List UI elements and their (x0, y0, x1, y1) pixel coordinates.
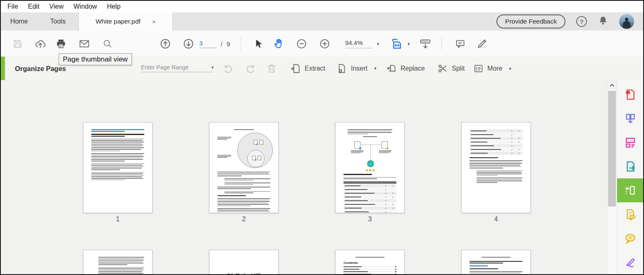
page-number-label: 2 (209, 216, 279, 223)
tab-tools[interactable]: Tools (37, 12, 79, 31)
extract-button[interactable]: Extract (290, 63, 325, 74)
sidebar-tool-export-pdf[interactable] (617, 154, 643, 178)
page-thumbnail-4[interactable]: ✓✓✓✓✓✓✓✓✓✓✓✓ (461, 122, 531, 213)
page-number-input[interactable]: 3 (199, 39, 217, 48)
save-icon[interactable] (12, 38, 23, 49)
sidebar-tool-organize-pages[interactable] (617, 178, 643, 202)
edit-pdf-icon (624, 136, 637, 149)
help-icon[interactable]: ? (576, 16, 587, 27)
select-cursor-icon[interactable] (253, 38, 264, 49)
text-line (91, 147, 144, 148)
text-line (477, 175, 497, 176)
email-icon[interactable] (79, 38, 90, 50)
page-thumbnail-6[interactable]: 53 Twin Hill (209, 250, 279, 274)
text-line (91, 131, 125, 132)
search-icon[interactable] (102, 38, 113, 49)
sidebar-tool-fill-sign[interactable] (617, 250, 643, 274)
menu-item-window[interactable]: Window (74, 3, 97, 10)
page-thumbnail-5[interactable] (83, 250, 153, 274)
pencil-icon[interactable] (476, 38, 488, 50)
menu-item-view[interactable]: View (49, 3, 63, 10)
text-line (348, 131, 391, 132)
fit-width-icon[interactable] (391, 38, 403, 50)
thumbnail-text-block (217, 208, 270, 213)
sidebar-tool-comment[interactable] (617, 226, 643, 250)
split-button[interactable]: Split (437, 63, 465, 74)
text-line (470, 168, 503, 168)
page-range-input[interactable]: Enter Page Range ▾ (141, 63, 214, 72)
text-line (91, 156, 144, 157)
provide-feedback-button[interactable]: Provide Feedback (496, 14, 565, 28)
mini-table-row: ✓✓ (343, 195, 396, 199)
text-line (217, 175, 241, 176)
sidebar-tool-create-pdf[interactable] (617, 83, 643, 107)
mini-table-row: ✓✓ (343, 206, 396, 210)
page6-title-text: 53 Twin Hill (217, 273, 270, 274)
zoom-level-dropdown[interactable]: 94.4% (345, 39, 372, 48)
text-line (217, 211, 270, 212)
text-line (91, 165, 143, 166)
text-line (217, 174, 270, 175)
page-thumbnail-8[interactable] (461, 250, 531, 274)
menu-bar: File Edit View Window Help (1, 1, 643, 12)
toolbar-separator (441, 37, 442, 50)
text-line (470, 271, 522, 272)
redo-button[interactable] (245, 63, 255, 74)
user-avatar[interactable] (619, 14, 634, 29)
text-line (217, 155, 231, 155)
thumbnail-text-block (91, 139, 144, 151)
text-line (224, 178, 270, 179)
text-line (98, 268, 143, 269)
text-line (91, 173, 143, 174)
tooltip: Page thumbnail view (59, 53, 132, 65)
trash-icon[interactable] (266, 63, 277, 74)
chevron-down-icon[interactable]: ▾ (377, 41, 379, 46)
page-thumbnail-2[interactable] (209, 122, 279, 213)
thumbnail-text-block (91, 172, 144, 180)
text-line (98, 261, 142, 262)
zoom-in-icon[interactable] (319, 38, 330, 49)
sidebar-tool-request-signatures[interactable] (617, 202, 643, 226)
scrollbar-thumb[interactable] (608, 91, 616, 206)
menu-item-file[interactable]: File (7, 3, 18, 10)
text-line (477, 180, 522, 181)
tab-home[interactable]: Home (1, 12, 37, 31)
zoom-out-icon[interactable] (296, 38, 307, 49)
text-line (351, 150, 363, 151)
text-line (91, 143, 142, 144)
page-up-icon[interactable] (160, 38, 171, 50)
sidebar-tool-edit-pdf[interactable] (617, 130, 643, 154)
scroll-mode-icon[interactable] (419, 38, 432, 50)
sidebar-tool-combine-files[interactable] (617, 107, 643, 130)
page-thumbnail-7[interactable]: Contents (335, 250, 405, 274)
text-line (470, 261, 522, 262)
diagram-label (217, 155, 231, 159)
page-thumbnail-3[interactable]: ✓ ✓✓✓✓✓✓✓✓✓✓✓✓✓✓✓ (335, 122, 405, 213)
page-title: Organize Pages (15, 64, 66, 72)
toc-row (343, 268, 396, 270)
close-icon[interactable]: × (152, 19, 156, 25)
hand-tool-icon[interactable] (273, 38, 284, 50)
menu-item-help[interactable]: Help (107, 3, 121, 10)
print-icon[interactable] (55, 38, 67, 49)
comment-icon[interactable] (455, 38, 466, 49)
chevron-down-icon[interactable]: ▾ (408, 41, 410, 46)
cloud-upload-icon[interactable] (35, 38, 46, 49)
thumbnail-text-block (91, 134, 144, 136)
scrollbar-track[interactable] (607, 80, 617, 274)
scrollbar-up-button[interactable] (607, 80, 617, 90)
text-line (470, 263, 503, 263)
undo-button[interactable] (223, 63, 234, 74)
page-down-icon[interactable] (183, 38, 194, 50)
page-thumbnail-1[interactable] (83, 122, 153, 213)
diagram-title-line (234, 129, 254, 130)
menu-item-edit[interactable]: Edit (28, 3, 40, 10)
insert-dropdown[interactable]: Insert ▾ (336, 63, 377, 74)
more-dropdown[interactable]: More ▾ (473, 63, 511, 73)
text-line (470, 165, 520, 166)
replace-button[interactable]: Replace (386, 63, 425, 74)
text-line (91, 136, 125, 137)
tab-document[interactable]: White paper.pdf × (79, 12, 173, 31)
notifications-bell-icon[interactable] (598, 15, 608, 28)
diagram-label (379, 150, 391, 154)
